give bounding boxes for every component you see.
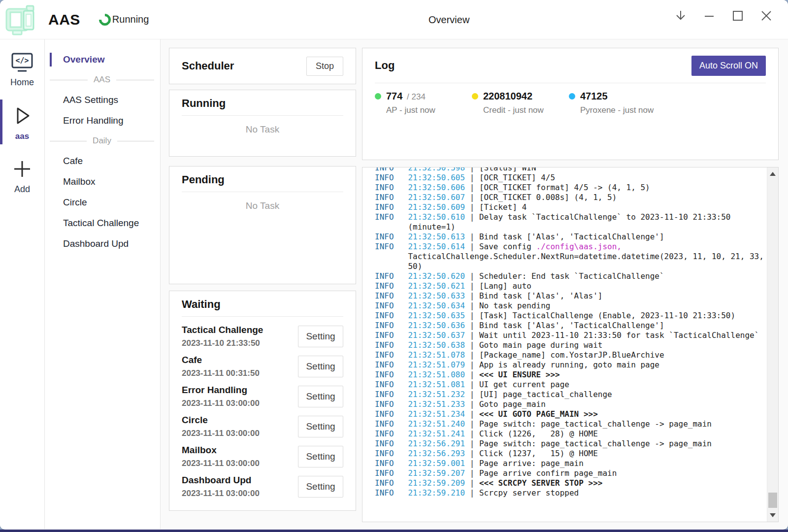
waiting-task-row: Tactical Challenge 2023-11-10 21:33:50 S… (182, 321, 343, 351)
waiting-card: Waiting Tactical Challenge 2023-11-10 21… (169, 291, 356, 511)
log-entry: INFO 21:32:51.078 | [Package_name] com.Y… (375, 350, 764, 360)
scheduler-stop-button[interactable]: Stop (306, 57, 343, 76)
log-entry: INFO 21:32:51.081 | UI get current page (375, 380, 764, 390)
stat-top: 774 / 234 (375, 91, 472, 102)
log-stats: 774 / 234 AP - just now 220810942 Credit… (375, 91, 766, 115)
waiting-task-list: Tactical Challenge 2023-11-10 21:33:50 S… (182, 321, 343, 501)
auto-scroll-toggle-button[interactable]: Auto Scroll ON (691, 56, 766, 76)
log-entry: INFO 21:32:50.607 | [OCR_TICKET 0.008s] … (375, 193, 764, 202)
log-entry: INFO 21:32:50.605 | [OCR_TICKET] 4/5 (375, 173, 764, 183)
app-name: AAS (48, 11, 80, 28)
svg-text:</>: </> (15, 56, 29, 65)
nav-item-mailbox[interactable]: Mailbox (49, 171, 155, 192)
scrollbar-thumb[interactable] (768, 493, 777, 508)
nav-item-label: Tactical Challenge (63, 218, 139, 228)
divider-line (50, 141, 87, 141)
window-controls (674, 9, 773, 23)
log-entry: INFO 21:32:50.614 | Save config ./config… (375, 242, 764, 271)
waiting-task-name: Mailbox (182, 445, 260, 456)
download-update-button[interactable] (674, 9, 688, 23)
task-setting-button[interactable]: Setting (298, 416, 343, 437)
scroll-up-arrow[interactable] (767, 170, 778, 178)
app-logo-icon (5, 5, 37, 37)
close-button[interactable] (759, 9, 773, 23)
stat-label: AP - just now (386, 105, 472, 115)
waiting-task-info: Error Handling 2023-11-11 03:00:00 (182, 385, 260, 408)
log-entry: INFO 21:32:51.079 | App is already runni… (375, 360, 764, 370)
log-entry: INFO 21:32:50.598 | [Status] WIN (375, 167, 764, 173)
maximize-button[interactable] (731, 9, 745, 23)
nav-section-label: AAS (94, 75, 110, 85)
divider (375, 83, 766, 83)
stat-label: Credit - just now (483, 105, 569, 115)
log-entry: INFO 21:32:56.293 | Click (1237, 15) @ H… (375, 449, 764, 459)
nav-section-divider: Daily (49, 131, 155, 151)
log-title: Log (375, 59, 394, 72)
log-entry: INFO 21:32:59.210 | Scrcpy server stoppe… (375, 488, 764, 498)
rail-item-aas[interactable]: aas (0, 100, 44, 143)
log-entry: INFO 21:32:50.613 | Bind task ['Alas', '… (375, 232, 764, 242)
rail-item-add[interactable]: Add (0, 154, 44, 197)
nav-item-label: Cafe (63, 156, 83, 166)
running-empty-text: No Task (182, 124, 343, 135)
nav-item-label: Circle (63, 197, 87, 207)
scroll-down-arrow[interactable] (767, 511, 778, 519)
desktop-edge-strip (0, 530, 788, 532)
waiting-task-next-run: 2023-11-11 03:00:00 (182, 489, 260, 499)
divider (182, 316, 343, 317)
log-entry: INFO 21:32:51.240 | Page switch: page_ta… (375, 419, 764, 429)
page-title: Overview (428, 14, 469, 25)
stat-dot-icon (472, 93, 478, 100)
stat-dot-icon (569, 93, 575, 100)
nav-item-aas-settings[interactable]: AAS Settings (49, 90, 155, 110)
waiting-task-name: Error Handling (182, 385, 260, 396)
log-header: Log Auto Scroll ON (375, 48, 766, 83)
log-scroll-area[interactable]: INFO 21:32:50.598 | [Status] WININFO 21:… (362, 167, 767, 522)
home-icon: </> (11, 52, 33, 75)
waiting-task-next-run: 2023-11-11 00:31:50 (182, 368, 260, 378)
nav-item-dashboard-upd[interactable]: Dashboard Upd (49, 233, 155, 254)
nav-item-circle[interactable]: Circle (49, 192, 155, 213)
nav-item-error-handling[interactable]: Error Handling (49, 110, 155, 131)
task-setting-button[interactable]: Setting (298, 476, 343, 498)
main-content: Scheduler Stop Running No Task Pending N… (161, 39, 788, 529)
log-entry: INFO 21:32:50.633 | Bind task ['Alas', '… (375, 291, 764, 301)
scheduler-title: Scheduler (182, 60, 234, 72)
nav-item-overview[interactable]: Overview (49, 49, 155, 70)
log-entry: INFO 21:32:51.080 | <<< UI ENSURE >>> (375, 370, 764, 380)
pending-card: Pending No Task (169, 166, 356, 284)
log-entry: INFO 21:32:59.209 | <<< SCRCPY SERVER ST… (375, 478, 764, 488)
task-setting-button[interactable]: Setting (298, 446, 343, 467)
waiting-task-row: Cafe 2023-11-11 00:31:50 Setting (182, 351, 343, 381)
stat-dot-icon (375, 93, 381, 100)
nav-item-label: Dashboard Upd (63, 238, 129, 249)
task-setting-button[interactable]: Setting (298, 326, 343, 347)
task-setting-button[interactable]: Setting (298, 386, 343, 407)
log-entry: INFO 21:32:51.241 | Click (1226, 28) @ H… (375, 429, 764, 439)
minimize-button[interactable] (702, 9, 716, 23)
task-setting-button[interactable]: Setting (298, 356, 343, 377)
nav-item-label: Mailbox (63, 176, 95, 187)
waiting-task-name: Dashboard Upd (182, 475, 260, 486)
stat-value: 774 (386, 91, 402, 101)
log-entry: INFO 21:32:50.635 | [Task] TacticalChall… (375, 311, 764, 321)
app-window: AAS Running Overview (0, 0, 788, 530)
rail-item-label: aas (15, 132, 29, 141)
scheduler-card: Scheduler Stop (169, 48, 356, 84)
rail-item-label: Home (10, 77, 34, 88)
nav-item-cafe[interactable]: Cafe (49, 151, 155, 171)
log-scrollbar[interactable] (767, 167, 778, 522)
rail-item-home[interactable]: </> Home (0, 48, 44, 90)
nav-item-tactical-challenge[interactable]: Tactical Challenge (49, 213, 155, 233)
stat-value: 220810942 (483, 91, 532, 101)
icon-rail: </> Home aas Add (0, 39, 45, 529)
running-title: Running (182, 97, 343, 110)
log-entry: INFO 21:32:51.234 | <<< UI GOTO PAGE_MAI… (375, 409, 764, 419)
log-lines: INFO 21:32:50.598 | [Status] WININFO 21:… (375, 167, 764, 498)
log-entry: INFO 21:32:50.606 | [OCR_TICKET format] … (375, 183, 764, 193)
running-card: Running No Task (169, 90, 356, 157)
nav-section-divider: AAS (49, 70, 155, 90)
titlebar: AAS Running Overview (0, 0, 788, 39)
rail-item-label: Add (14, 184, 30, 195)
waiting-task-next-run: 2023-11-11 03:00:00 (182, 459, 260, 468)
